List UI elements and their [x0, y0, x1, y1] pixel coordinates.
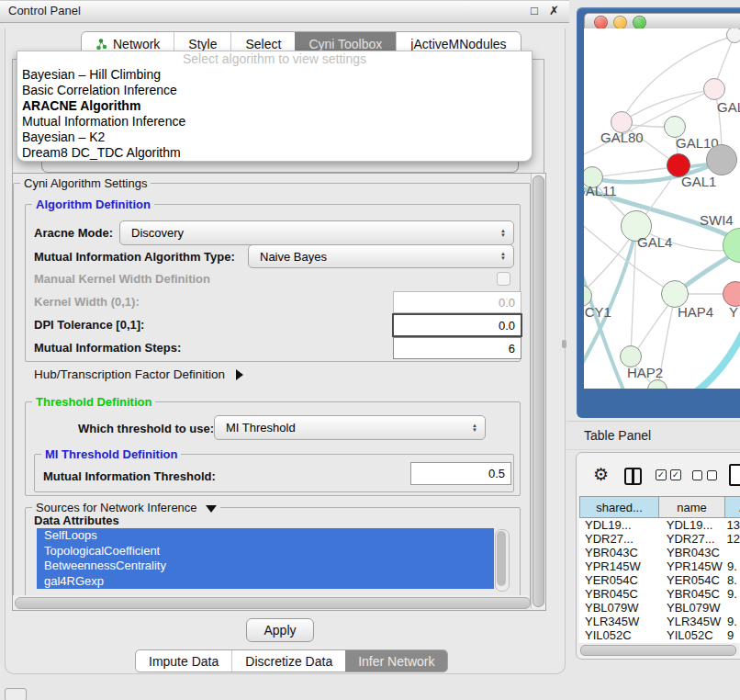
checked-box-icon[interactable]: ✓ [670, 469, 681, 480]
sources-title: Sources for Network Inference [36, 501, 197, 514]
table-cell: 9. [723, 559, 737, 573]
algorithm-dropdown-popup: Select algorithm to view settings Bayesi… [17, 51, 533, 162]
dpi-tolerance-field[interactable]: 0.0 [392, 313, 522, 337]
close-panel-icon[interactable]: ✗ [549, 4, 559, 17]
mi-type-value: Naive Bayes [249, 250, 496, 264]
table-cell: YPR145W [579, 559, 659, 573]
gear-icon[interactable]: ⚙ [593, 467, 609, 483]
which-threshold-value: MI Threshold [215, 421, 467, 435]
apply-button[interactable]: Apply [246, 618, 314, 642]
manual-kernel-checkbox[interactable] [497, 272, 510, 286]
table-cell: YIL052C [659, 628, 723, 642]
data-attribute-item[interactable]: BetweennessCentrality [37, 559, 494, 574]
which-threshold-combo[interactable]: MI Threshold ▲▼ [214, 415, 486, 440]
table-header-row: shared...nameA [579, 496, 740, 518]
node-label: SWI4 [700, 212, 734, 228]
network-node-gal[interactable] [703, 78, 725, 100]
kernel-width-label: Kernel Width (0,1): [34, 295, 140, 309]
table-cell: YER054C [659, 573, 723, 587]
table-cell: YBR043C [579, 546, 659, 559]
table-row[interactable]: YIL052CYIL052C9 [579, 628, 740, 642]
hub-definition-expander[interactable]: Hub/Transcription Factor Definition [34, 367, 243, 381]
unchecked-box-icon[interactable] [707, 470, 717, 480]
table-cell: YBL079W [579, 601, 659, 615]
table-row[interactable]: YER054CYER054C8. [579, 573, 740, 587]
splitter-handle[interactable] [562, 340, 566, 348]
node-label: GAL [717, 99, 740, 115]
table-row[interactable]: YLR345WYLR345W9. [579, 615, 740, 628]
mi-type-label: Mutual Information Algorithm Type: [34, 250, 235, 264]
table-row[interactable]: YBR045CYBR045C9. [579, 587, 740, 601]
table-cell: YBR043C [659, 546, 723, 559]
sources-expander[interactable]: Sources for Network Inference [32, 501, 220, 514]
table-cell: YPR145W [659, 559, 723, 573]
float-panel-icon[interactable]: □ [531, 4, 538, 17]
table-row[interactable]: YBR043CYBR043C [579, 546, 740, 559]
table-cell: YBR045C [659, 587, 723, 601]
table-cell: YDR27... [579, 532, 659, 546]
tab-label: jActiveMNodules [410, 37, 506, 51]
node-label: GAL11 [584, 183, 617, 198]
algorithm-dropdown-placeholder: Select algorithm to view settings [17, 51, 532, 67]
expander-expanded-icon [206, 505, 217, 513]
table-horizontal-scrollbar-thumb[interactable] [580, 645, 736, 656]
unchecked-box-icon[interactable] [692, 470, 702, 480]
settings-vertical-scrollbar-thumb[interactable] [533, 175, 544, 607]
tab-label: Style [188, 37, 217, 51]
aracne-mode-value: Discovery [120, 226, 496, 240]
hub-definition-label: Hub/Transcription Factor Definition [34, 367, 225, 381]
settings-horizontal-scrollbar-thumb[interactable] [15, 597, 531, 609]
split-columns-icon[interactable] [624, 468, 642, 485]
document-icon[interactable] [729, 464, 740, 486]
kernel-width-field[interactable]: 0.0 [393, 291, 521, 313]
algorithm-option[interactable]: Bayesian – K2 [17, 130, 532, 145]
algorithm-option[interactable]: Basic Correlation Inference [17, 83, 532, 98]
collapsed-panel-box[interactable] [5, 688, 27, 700]
table-row[interactable]: YPR145WYPR145W9. [579, 559, 740, 573]
column-header[interactable]: shared... [579, 496, 659, 518]
tab-label: Select [245, 37, 281, 51]
table-cell: YDR27... [659, 532, 723, 546]
mi-threshold-field[interactable]: 0.5 [410, 462, 511, 485]
which-threshold-label: Which threshold to use: [78, 422, 214, 435]
table-rows: YDL19...YDL19...13YDR27...YDR27...12YBR0… [579, 518, 740, 643]
minimize-traffic-light-icon[interactable] [613, 16, 627, 29]
manual-kernel-label: Manual Kernel Width Definition [34, 272, 210, 286]
data-attribute-item[interactable]: SelfLoops [37, 528, 494, 544]
combo-stepper-icon: ▲▼ [496, 229, 513, 238]
column-header[interactable]: name [659, 496, 725, 518]
aracne-mode-label: Aracne Mode: [34, 226, 113, 240]
algorithm-options: Bayesian – Hill ClimbingBasic Correlatio… [17, 67, 532, 161]
control-panel-titlebar: Control Panel □ ✗ [0, 0, 569, 23]
mi-steps-field[interactable]: 6 [393, 337, 521, 359]
table-cell: YDL19... [659, 518, 723, 532]
bottom-tab-impute-data[interactable]: Impute Data [136, 650, 231, 672]
table-row[interactable]: YDL19...YDL19...13 [579, 518, 740, 532]
table-cell: YLR345W [579, 615, 659, 628]
node-label: HAP4 [678, 304, 713, 320]
bottom-tab-bar: Impute DataDiscretize DataInfer Network [135, 649, 448, 672]
column-header[interactable]: A [725, 496, 740, 518]
screen: Control Panel □ ✗ NetworkStyleSelectCyni… [0, 0, 740, 700]
bottom-tab-infer-network[interactable]: Infer Network [345, 650, 447, 672]
mi-type-combo[interactable]: Naive Bayes ▲▼ [248, 244, 514, 268]
data-attribute-item[interactable]: gal4RGexp [37, 574, 494, 590]
network-node[interactable] [706, 144, 737, 175]
network-canvas[interactable]: GALGAL80GAL10GAL1GAL11GAL4SWI4GCY1HAP4YH… [584, 28, 740, 389]
algorithm-option[interactable]: Mutual Information Inference [17, 114, 532, 130]
table-cell: 12 [723, 532, 740, 546]
table-cell [723, 601, 727, 615]
data-attribute-item[interactable]: TopologicalCoefficient [37, 544, 494, 559]
table-row[interactable]: YBL079WYBL079W [579, 601, 740, 615]
table-row[interactable]: YDR27...YDR27...12 [579, 532, 740, 546]
algorithm-option[interactable]: Dream8 DC_TDC Algorithm [17, 145, 532, 161]
algorithm-option[interactable]: Bayesian – Hill Climbing [17, 67, 532, 83]
close-traffic-light-icon[interactable] [594, 16, 608, 29]
checked-box-icon[interactable]: ✓ [656, 469, 667, 480]
aracne-mode-combo[interactable]: Discovery ▲▼ [119, 220, 514, 245]
bottom-tab-discretize-data[interactable]: Discretize Data [231, 650, 345, 672]
attributes-scrollbar-thumb[interactable] [497, 531, 506, 586]
zoom-traffic-light-icon[interactable] [633, 16, 646, 29]
network-node[interactable] [726, 28, 740, 43]
algorithm-option[interactable]: ARACNE Algorithm [17, 98, 532, 114]
